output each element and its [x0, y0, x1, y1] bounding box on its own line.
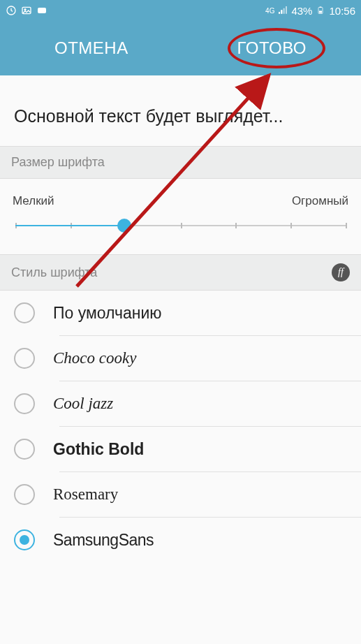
signal-icon	[277, 5, 288, 16]
font-style-header: Стиль шрифта ff	[0, 254, 361, 291]
font-style-title: Стиль шрифта	[11, 265, 97, 280]
done-button[interactable]: ГОТОВО	[228, 31, 316, 65]
font-size-title: Размер шрифта	[11, 155, 105, 170]
status-right: 4G 43% 10:56	[265, 5, 355, 17]
font-option-default[interactable]: По умолчанию	[0, 291, 361, 335]
svg-rect-3	[38, 8, 46, 13]
radio-icon	[14, 302, 35, 323]
battery-icon	[315, 5, 326, 16]
font-option-choco[interactable]: Choco cooky	[0, 336, 361, 381]
font-option-cooljazz[interactable]: Cool jazz	[0, 381, 361, 426]
slider-fill	[15, 225, 124, 226]
radio-icon	[14, 393, 35, 414]
font-list: По умолчанию Choco cooky Cool jazz Gothi…	[0, 291, 361, 562]
radio-icon	[14, 439, 35, 460]
radio-icon	[14, 484, 35, 505]
preview-text: Основной текст будет выглядет...	[0, 75, 361, 146]
clock-time: 10:56	[329, 5, 355, 17]
keyboard-icon	[36, 5, 47, 16]
font-option-gothic[interactable]: Gothic Bold	[0, 427, 361, 471]
font-size-header: Размер шрифта	[0, 146, 361, 179]
clock-icon	[6, 5, 17, 16]
font-label: Cool jazz	[53, 395, 113, 413]
font-label: Rosemary	[53, 485, 118, 504]
status-left	[6, 5, 47, 16]
header: ОТМЕНА ГОТОВО	[0, 21, 361, 75]
status-bar: 4G 43% 10:56	[0, 0, 361, 21]
radio-icon	[14, 529, 35, 550]
battery-percent: 43%	[291, 5, 312, 17]
font-label: По умолчанию	[53, 304, 162, 323]
font-label: SamsungSans	[53, 531, 154, 550]
svg-rect-6	[320, 7, 322, 8]
image-icon	[21, 5, 32, 16]
font-option-rosemary[interactable]: Rosemary	[0, 472, 361, 517]
font-size-slider[interactable]	[15, 225, 346, 226]
font-size-panel: Мелкий Огромный	[0, 179, 361, 254]
svg-point-2	[24, 9, 26, 10]
flipfont-icon[interactable]: ff	[332, 263, 350, 281]
radio-icon	[14, 348, 35, 369]
size-min-label: Мелкий	[13, 194, 54, 208]
network-type: 4G	[265, 7, 274, 15]
cancel-button[interactable]: ОТМЕНА	[45, 31, 138, 65]
font-label: Choco cooky	[53, 349, 136, 367]
slider-thumb[interactable]	[117, 219, 131, 233]
size-max-label: Огромный	[292, 194, 348, 208]
font-option-samsungsans[interactable]: SamsungSans	[0, 518, 361, 562]
font-label: Gothic Bold	[53, 440, 144, 459]
svg-rect-5	[319, 11, 322, 13]
